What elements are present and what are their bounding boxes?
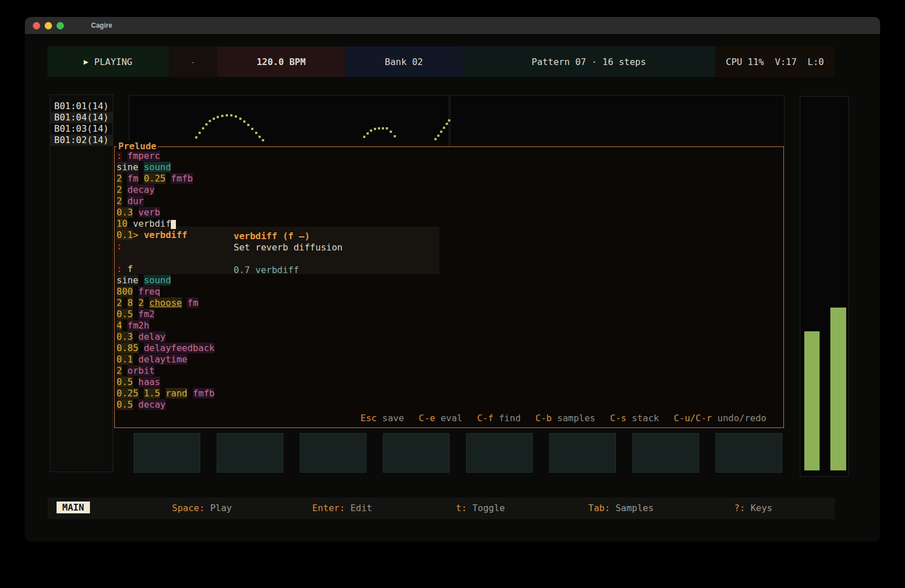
sample-pad[interactable] (217, 433, 283, 473)
editor-help-key: C-s (610, 413, 627, 423)
statusbar-label: Toggle (472, 503, 505, 513)
level-meters (800, 96, 849, 477)
code-token: : (117, 150, 122, 161)
code-line: 2 orbit (117, 365, 783, 377)
pattern-list-item[interactable]: B01:01(14) (50, 101, 113, 112)
editor-help-label: save (382, 413, 404, 423)
statusbar-item: Tab: Samples (588, 503, 654, 513)
pattern-dot (434, 138, 437, 140)
bank-display[interactable]: Bank 02 (345, 46, 463, 77)
editor-help-item: C-b samples (536, 413, 596, 423)
pattern-dot (221, 115, 223, 117)
pattern-dot (367, 132, 369, 135)
code-token: : (117, 241, 122, 252)
editor-help-item: C-f find (477, 413, 520, 423)
pattern-visualizer (129, 95, 449, 148)
code-line: 2 fm 0.25 fmfb (117, 173, 783, 184)
transport-playing[interactable]: ▶ PLAYING (48, 46, 169, 77)
code-line: 0.5 fm2 (117, 309, 783, 320)
code-line: 0.1 delaytime (117, 354, 783, 365)
pattern-dot (217, 116, 219, 118)
minimize-button[interactable] (45, 22, 52, 29)
code-token: sound (144, 275, 171, 286)
sample-pad[interactable] (632, 433, 699, 473)
editor-help-label: undo/redo (717, 413, 766, 423)
sample-pad[interactable] (383, 433, 450, 473)
code-token: orbit (127, 365, 154, 376)
text-cursor (171, 220, 176, 229)
mode-badge: MAIN (57, 501, 90, 513)
editor-help-key: C-e (419, 413, 435, 423)
code-line: 0.3 delay (117, 331, 783, 343)
pattern-dot (386, 127, 388, 129)
sample-pad[interactable] (716, 433, 782, 473)
statusbar-item: Enter: Edit (312, 503, 372, 513)
pattern-list-rows: B01:01(14)B01:04(14)B01:03(14)B01:02(14) (50, 95, 113, 146)
code-token: freq (139, 286, 161, 297)
pattern-dot (370, 129, 372, 132)
sample-pad[interactable] (133, 433, 200, 473)
bpm-display[interactable]: 120.0 BPM (217, 46, 345, 77)
code-line: 2 8 2 choose fm (117, 297, 783, 309)
code-token: fm2h (127, 320, 149, 331)
code-line: sine sound (117, 275, 783, 286)
editor-help-item: C-s stack (610, 413, 660, 423)
transport-bar: ▶ PLAYING - 120.0 BPM Bank 02 Pattern 07… (48, 46, 835, 77)
code-line: sine sound (117, 162, 783, 173)
code-token: fmperc (127, 150, 160, 161)
code-token: 800 (117, 286, 133, 297)
code-token: fm (127, 173, 138, 184)
code-line: 0.85 delayfeedback (117, 343, 783, 354)
code-token: 0.25 (117, 388, 139, 399)
zoom-button[interactable] (57, 22, 64, 29)
statusbar-item: Space: Play (172, 503, 232, 513)
screen: Cagire ▶ PLAYING - 120.0 BPM Bank 02 Pat… (0, 0, 905, 588)
pattern-display[interactable]: Pattern 07 · 16 steps (463, 46, 715, 77)
code-token: 2 (117, 184, 122, 195)
close-button[interactable] (33, 22, 40, 29)
code-token: 2 (117, 173, 122, 184)
statusbar-label: Keys (751, 503, 773, 513)
pattern-dot (205, 123, 208, 126)
statusbar-key: t: (456, 503, 467, 513)
code-line: 0.1> verbdiff (117, 230, 783, 241)
sample-pad[interactable] (300, 433, 367, 473)
editor-title: Prelude (117, 141, 158, 152)
editor-lines[interactable]: : fmpercsine sound2 fm 0.25 fmfb2 decay2… (115, 147, 783, 410)
code-line (117, 252, 783, 263)
code-token: delaytime (139, 354, 188, 365)
code-token: sound (144, 162, 171, 172)
editor-help-label: find (499, 413, 521, 423)
pattern-list-item[interactable]: B01:02(14) (50, 135, 113, 146)
code-line: 0.3 verb (117, 207, 783, 218)
pattern-dot (213, 118, 215, 120)
code-line: 0.25 1.5 rand fmfb (117, 388, 783, 399)
code-token: haas (139, 377, 161, 387)
pattern-list-item[interactable]: B01:04(14) (50, 112, 113, 123)
code-token: 0.25 (144, 173, 166, 184)
code-line: 2 dur (117, 196, 783, 207)
editor-help-key: C-b (536, 413, 552, 423)
code-line: 4 fm2h (117, 320, 783, 331)
sample-pad[interactable] (466, 433, 533, 473)
code-token: dur (127, 196, 144, 206)
statusbar-label: Play (210, 503, 232, 513)
pattern-list-item[interactable]: B01:03(14) (50, 123, 113, 135)
code-token: 2 (117, 365, 122, 376)
code-token: rand (166, 388, 188, 399)
editor-help-item: C-u/C-r undo/redo (674, 413, 766, 423)
code-token: fm (187, 297, 198, 308)
pattern-dot (443, 127, 445, 129)
playing-label: PLAYING (94, 57, 132, 67)
pattern-dot (230, 114, 232, 116)
titlebar: Cagire (25, 17, 880, 34)
code-editor[interactable]: Prelude : fmpercsine sound2 fm 0.25 fmfb… (114, 146, 784, 428)
code-token: choose (149, 297, 182, 308)
sample-pad[interactable] (549, 433, 616, 473)
code-token: fmfb (193, 388, 215, 399)
code-token: 2 (117, 196, 122, 206)
code-line: 2 decay (117, 184, 783, 196)
code-token: 0.5 (117, 399, 133, 410)
code-token: f (127, 263, 133, 274)
code-token: delayfeedback (144, 343, 214, 353)
